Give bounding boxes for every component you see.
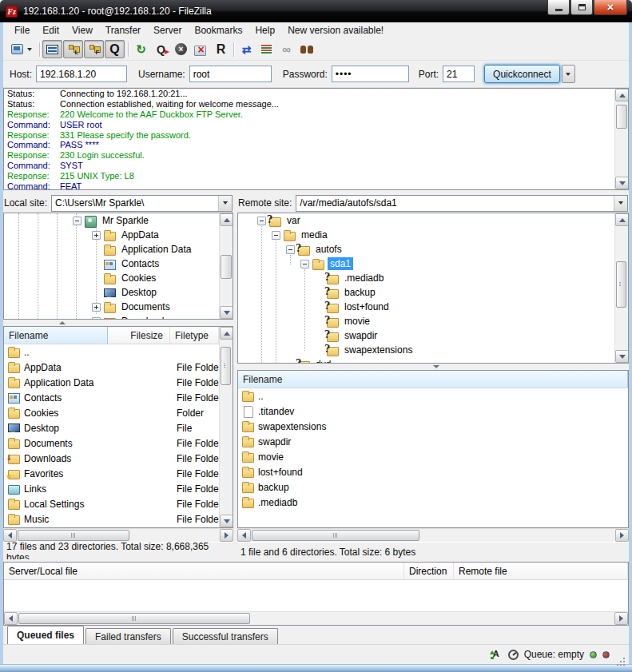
- find-files-icon[interactable]: [296, 40, 316, 58]
- file-row[interactable]: Desktop File: [4, 420, 219, 435]
- menu-view[interactable]: View: [66, 23, 99, 38]
- scroll-down-button[interactable]: [615, 350, 629, 363]
- speed-limits-icon[interactable]: [508, 650, 519, 660]
- scroll-up-button[interactable]: [615, 89, 629, 101]
- tree-item[interactable]: dvd: [238, 357, 614, 363]
- file-row[interactable]: Favorites File Folder: [4, 466, 219, 481]
- scroll-thumb[interactable]: [221, 347, 231, 385]
- local-tree-scrollbar[interactable]: [219, 213, 233, 319]
- log-scrollbar[interactable]: [614, 89, 628, 189]
- minimize-button[interactable]: [547, 0, 570, 15]
- tree-item[interactable]: var: [238, 213, 614, 228]
- file-row[interactable]: Documents File Folder: [4, 435, 219, 451]
- tree-item[interactable]: media: [238, 228, 614, 242]
- synchronized-browsing-icon[interactable]: ∞: [276, 40, 296, 58]
- tree-item[interactable]: autofs: [238, 242, 614, 256]
- close-button[interactable]: [594, 0, 627, 15]
- menu-edit[interactable]: Edit: [36, 23, 66, 38]
- menu-server[interactable]: Server: [147, 23, 188, 38]
- scroll-right-button[interactable]: [615, 529, 629, 542]
- tree-item[interactable]: Downloads: [4, 314, 219, 319]
- remote-horizontal-scrollbar[interactable]: [237, 528, 629, 542]
- file-row[interactable]: Application Data File Folder: [4, 375, 219, 390]
- tree-item[interactable]: backup: [238, 285, 614, 300]
- file-row[interactable]: Contacts File Folder: [4, 390, 219, 405]
- tab-failed-transfers[interactable]: Failed transfers: [85, 628, 171, 644]
- menu-transfer[interactable]: Transfer: [99, 23, 147, 38]
- remote-site-combobox[interactable]: /var/media/autofs/sda1: [296, 195, 628, 212]
- transfer-type-icon[interactable]: [490, 649, 503, 660]
- file-row[interactable]: swapextensions: [238, 419, 628, 434]
- menu-help[interactable]: Help: [248, 23, 281, 38]
- resize-grip[interactable]: [615, 650, 626, 660]
- file-row[interactable]: Downloads File Folder: [4, 451, 219, 466]
- tree-item[interactable]: movie: [238, 314, 614, 328]
- process-queue-icon[interactable]: Q: [151, 40, 171, 58]
- column-header-filetype[interactable]: Filetype: [170, 327, 219, 344]
- column-header-server-local-file[interactable]: Server/Local file: [4, 563, 404, 579]
- scroll-thumb[interactable]: [221, 255, 232, 279]
- scroll-up-button[interactable]: [220, 327, 233, 340]
- menu-bookmarks[interactable]: Bookmarks: [188, 23, 248, 38]
- toggle-message-log-icon[interactable]: [42, 40, 62, 58]
- file-row[interactable]: Cookies Folder: [4, 405, 219, 420]
- scroll-thumb[interactable]: [616, 105, 627, 129]
- tree-item[interactable]: Desktop: [4, 285, 219, 300]
- scroll-thumb[interactable]: [616, 261, 626, 308]
- scroll-thumb[interactable]: [18, 530, 129, 541]
- expander-icon[interactable]: [92, 317, 101, 320]
- filename-filters-icon[interactable]: [256, 40, 276, 58]
- file-row[interactable]: AppData File Folder: [4, 360, 219, 375]
- scroll-up-button[interactable]: [615, 213, 629, 226]
- column-header-remote-file[interactable]: Remote file: [454, 563, 628, 579]
- tree-item[interactable]: Contacts: [4, 256, 219, 271]
- file-row[interactable]: Links File Folder: [4, 481, 219, 496]
- column-header-filename[interactable]: Filename: [238, 371, 628, 388]
- tree-item[interactable]: swapdir: [238, 328, 614, 343]
- local-site-dropdown-button[interactable]: [218, 196, 232, 211]
- expander-icon[interactable]: [272, 231, 280, 240]
- expander-icon[interactable]: [92, 231, 101, 240]
- username-input[interactable]: [189, 66, 272, 82]
- queue-horizontal-scrollbar[interactable]: [4, 611, 628, 625]
- tree-item[interactable]: AppData: [4, 228, 219, 242]
- disconnect-icon[interactable]: ×: [191, 40, 211, 58]
- expander-icon[interactable]: [300, 260, 309, 268]
- file-row[interactable]: backup: [238, 479, 628, 495]
- local-site-combobox[interactable]: C:\Users\Mr Sparkle\: [51, 195, 233, 212]
- expander-icon[interactable]: [92, 303, 101, 312]
- scroll-down-button[interactable]: [220, 306, 233, 319]
- tree-item[interactable]: Cookies: [4, 271, 219, 285]
- site-manager-icon[interactable]: [6, 40, 37, 58]
- file-row[interactable]: swapdir: [238, 434, 628, 449]
- expander-icon[interactable]: [73, 217, 81, 225]
- remote-splitter[interactable]: [237, 364, 629, 370]
- file-row[interactable]: ..: [238, 388, 628, 404]
- reconnect-icon[interactable]: R: [211, 40, 231, 58]
- tree-item[interactable]: .mediadb: [238, 271, 614, 285]
- scroll-down-button[interactable]: [220, 515, 233, 527]
- password-input[interactable]: [332, 66, 409, 82]
- remote-site-dropdown-button[interactable]: [614, 196, 627, 211]
- scroll-right-button[interactable]: [220, 529, 233, 542]
- host-input[interactable]: [36, 66, 127, 82]
- file-row[interactable]: lost+found: [238, 464, 628, 479]
- scroll-left-button[interactable]: [3, 529, 17, 542]
- local-list-scrollbar[interactable]: [219, 327, 233, 527]
- toggle-remote-tree-icon[interactable]: [84, 40, 104, 58]
- tree-item[interactable]: swapextensions: [238, 343, 614, 357]
- refresh-icon[interactable]: ↻: [131, 40, 151, 58]
- menu-file[interactable]: File: [8, 23, 36, 38]
- tab-successful-transfers[interactable]: Successful transfers: [173, 628, 278, 644]
- file-row[interactable]: Music File Folder: [4, 511, 219, 527]
- file-row[interactable]: ..: [4, 344, 219, 360]
- local-horizontal-scrollbar[interactable]: [3, 528, 233, 542]
- expander-icon[interactable]: [257, 217, 266, 225]
- column-header-filesize[interactable]: Filesize: [108, 327, 170, 344]
- directory-comparison-icon[interactable]: ⇄: [237, 40, 256, 58]
- toggle-local-tree-icon[interactable]: [63, 40, 83, 58]
- local-splitter[interactable]: [3, 320, 233, 326]
- tree-item[interactable]: Documents: [4, 300, 219, 314]
- file-row[interactable]: Local Settings File Folder: [4, 496, 219, 511]
- cancel-icon[interactable]: ×: [171, 40, 191, 58]
